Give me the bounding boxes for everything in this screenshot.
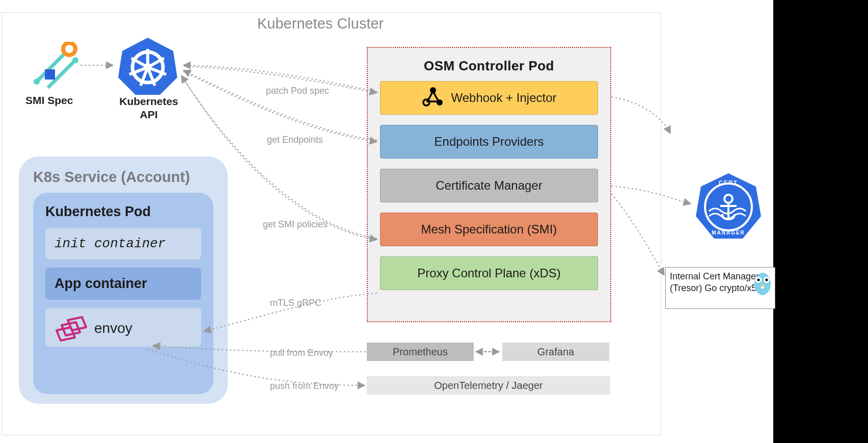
envoy-icon xyxy=(55,315,91,342)
svg-point-28 xyxy=(754,273,771,295)
webhook-injector-label: Webhook + Injector xyxy=(451,91,556,105)
svg-point-4 xyxy=(63,43,75,55)
osm-controller-pod-box: OSM Controller Pod Webhook + Injector En… xyxy=(367,47,611,322)
smi-spec-icon xyxy=(30,42,78,91)
svg-point-20 xyxy=(423,99,429,106)
app-container-box: App container xyxy=(45,268,201,300)
svg-text:CERT: CERT xyxy=(719,179,738,186)
opentelemetry-jaeger-box: OpenTelemetry / Jaeger xyxy=(367,376,610,395)
svg-point-31 xyxy=(757,279,760,281)
svg-point-15 xyxy=(144,63,152,71)
cert-manager-icon: CERT MANAGER xyxy=(694,172,763,242)
edge-label-get-endpoints: get Endpoints xyxy=(267,135,323,145)
certificate-manager-box: Certificate Manager xyxy=(380,169,598,202)
prometheus-box: Prometheus xyxy=(367,343,474,361)
internal-cert-manager-box: Internal Cert Manager (Tresor) Go crypto… xyxy=(665,267,775,309)
cluster-title: Kubernetes Cluster xyxy=(257,15,384,32)
kubernetes-pod-box: Kubernetes Pod init container App contai… xyxy=(33,193,213,394)
svg-point-32 xyxy=(766,279,768,281)
edge-label-pull-from-envoy: pull from Envoy xyxy=(270,348,333,358)
smi-spec-label: SMI Spec xyxy=(25,94,73,107)
kubernetes-icon xyxy=(117,36,178,96)
endpoints-providers-box: Endpoints Providers xyxy=(380,125,598,159)
svg-rect-5 xyxy=(45,69,55,80)
certificate-manager-label: Certificate Manager xyxy=(436,178,542,193)
svg-text:MANAGER: MANAGER xyxy=(712,230,745,236)
kubernetes-api-label: Kubernetes API xyxy=(118,95,179,122)
k8s-service-account-box: K8s Service (Account) Kubernetes Pod ini… xyxy=(19,157,228,404)
k8s-service-title: K8s Service (Account) xyxy=(33,169,213,186)
svg-rect-34 xyxy=(761,286,764,289)
proxy-control-plane-box: Proxy Control Plane (xDS) xyxy=(380,256,598,290)
edge-label-patch-pod-spec: patch Pod spec xyxy=(266,86,329,96)
mesh-spec-smi-label: Mesh Specification (SMI) xyxy=(421,222,557,237)
endpoints-providers-label: Endpoints Providers xyxy=(435,135,544,149)
webhook-icon xyxy=(421,86,445,110)
osm-controller-title: OSM Controller Pod xyxy=(380,58,598,74)
webhook-injector-box: Webhook + Injector xyxy=(380,81,598,115)
svg-point-19 xyxy=(430,87,436,93)
edge-label-push-from-envoy: push from Envoy xyxy=(270,381,339,392)
proxy-control-plane-label: Proxy Control Plane (xDS) xyxy=(417,266,560,280)
right-black-strip xyxy=(773,0,868,443)
envoy-label: envoy xyxy=(94,320,132,336)
edge-label-mtls-grpc: mTLS gRPC xyxy=(270,298,321,308)
init-container-box: init container xyxy=(45,228,201,259)
metrics-row: Prometheus Grafana xyxy=(367,343,609,361)
svg-point-21 xyxy=(437,99,443,106)
svg-point-2 xyxy=(34,79,40,85)
envoy-container-box: envoy xyxy=(45,308,201,347)
grafana-box: Grafana xyxy=(502,343,609,361)
mesh-spec-smi-box: Mesh Specification (SMI) xyxy=(380,213,598,246)
edge-label-get-smi-policies: get SMI policies xyxy=(263,219,328,230)
svg-point-3 xyxy=(72,57,78,63)
gopher-icon xyxy=(752,270,773,296)
kubernetes-pod-title: Kubernetes Pod xyxy=(45,204,201,220)
